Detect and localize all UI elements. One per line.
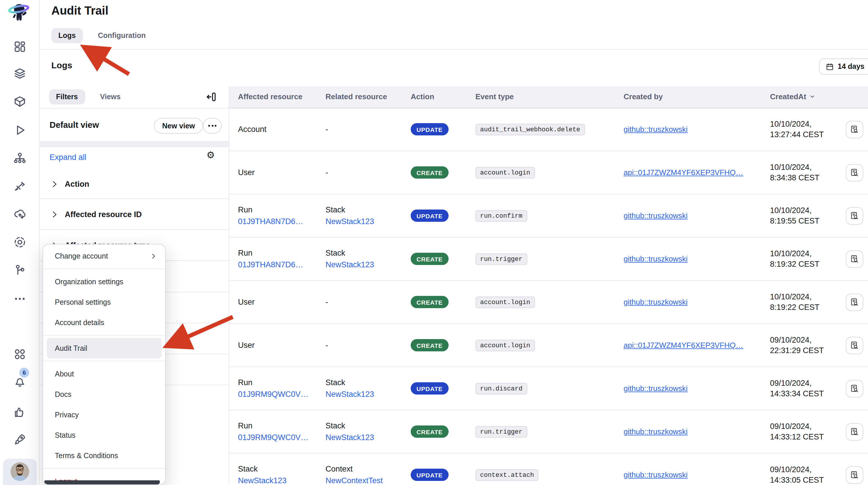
table-row[interactable]: User-CREATEaccount.logingithub::truszkow… — [229, 281, 868, 324]
action-badge: UPDATE — [411, 123, 448, 135]
menu-item-personal-settings[interactable]: Personal settings — [43, 292, 165, 312]
table-row[interactable]: User-CREATEaccount.loginapi::01J7ZWZM4YF… — [229, 324, 868, 367]
filter-group-affected-resource-id[interactable]: Affected resource ID — [40, 199, 229, 230]
related-resource-type: - — [326, 341, 328, 350]
table-row[interactable]: StackNewStack123ContextNewContextTestUPD… — [229, 453, 868, 485]
action-badge: UPDATE — [411, 210, 448, 222]
collapse-panel-icon[interactable] — [205, 90, 219, 104]
affected-resource-link[interactable]: 01J9RM9QWC0V… — [238, 433, 309, 442]
affected-resource-link[interactable]: 01J9RM9QWC0V… — [238, 390, 309, 399]
table-row[interactable]: Run01J9RM9QWC0V…StackNewStack123UPDATEru… — [229, 367, 868, 410]
related-resource-type: Stack — [326, 206, 374, 214]
view-log-button[interactable] — [846, 466, 863, 484]
launchpad-rocket-icon[interactable] — [13, 432, 27, 447]
affected-resource-type: Run — [238, 206, 303, 214]
created-by-link[interactable]: api::01J7ZWZM4YF6XEP3VFHQ… — [624, 168, 743, 177]
view-log-button[interactable] — [846, 380, 863, 397]
related-resource-link[interactable]: NewContextTest — [326, 476, 383, 485]
view-log-button[interactable] — [846, 121, 863, 138]
expand-all-link[interactable]: Expand all — [50, 153, 86, 162]
menu-bottom-bar — [44, 480, 160, 484]
view-log-button[interactable] — [846, 294, 863, 311]
related-resource-type: Context — [326, 464, 383, 473]
tab-filters[interactable]: Filters — [49, 89, 85, 104]
cloud-integrations-icon[interactable] — [13, 207, 27, 221]
sidebar: 6 — [0, 0, 40, 485]
dashboard-icon[interactable] — [13, 40, 27, 54]
affected-resource-type: Run — [238, 378, 309, 387]
spaces-icon[interactable] — [13, 235, 27, 249]
view-log-button[interactable] — [846, 337, 863, 354]
created-at: 09/10/2024,14:33:05 CEST — [770, 464, 824, 485]
affected-resource-link[interactable]: NewStack123 — [238, 476, 287, 485]
runs-icon[interactable] — [13, 123, 27, 137]
worker-pools-icon[interactable] — [13, 179, 27, 193]
table-row[interactable]: Account-UPDATEaudit_trail_webhook.delete… — [229, 108, 868, 151]
blueprints-icon[interactable] — [13, 95, 27, 109]
page-title: Audit Trail — [51, 4, 108, 18]
menu-divider — [43, 269, 165, 269]
created-by-link[interactable]: github::truszkowski — [624, 384, 688, 393]
audit-trail-page: 6 Audit Trail — [0, 0, 868, 485]
view-log-button[interactable] — [846, 250, 863, 268]
menu-item-account-details[interactable]: Account details — [43, 312, 165, 333]
created-by-link[interactable]: github::truszkowski — [624, 427, 688, 436]
apps-icon[interactable] — [13, 347, 27, 361]
menu-item-status[interactable]: Status — [43, 425, 165, 445]
menu-item-label: Docs — [55, 390, 71, 398]
menu-item-privacy[interactable]: Privacy — [43, 404, 165, 425]
spacelift-logo-icon[interactable] — [5, 2, 34, 25]
table-row[interactable]: Run01J9THA8N7D6…StackNewStack123UPDATEru… — [229, 194, 868, 238]
filter-group-action[interactable]: Action — [40, 170, 229, 199]
menu-item-change-account[interactable]: Change account — [43, 246, 165, 266]
account-menu: Change accountOrganization settingsPerso… — [42, 244, 166, 485]
action-badge: CREATE — [411, 166, 448, 179]
tab-views[interactable]: Views — [93, 89, 127, 104]
related-resource-link[interactable]: NewStack123 — [326, 260, 374, 269]
menu-item-docs[interactable]: Docs — [43, 384, 165, 404]
resources-icon[interactable] — [13, 151, 27, 165]
menu-item-organization-settings[interactable]: Organization settings — [43, 271, 165, 292]
filter-group-label: Affected resource ID — [65, 210, 142, 219]
created-by-link[interactable]: github::truszkowski — [624, 254, 688, 263]
chevron-right-icon — [51, 180, 58, 188]
chevron-down-icon — [809, 93, 815, 100]
table-row[interactable]: User-CREATEaccount.loginapi::01J7ZWZM4YF… — [229, 151, 868, 194]
created-by-link[interactable]: api::01J7ZWZM4YF6XEP3VFHQ… — [624, 341, 743, 350]
tab-configuration[interactable]: Configuration — [91, 28, 153, 43]
created-by-link[interactable]: github::truszkowski — [624, 125, 688, 134]
annotation-arrow-logs-tab — [86, 49, 129, 74]
user-avatar[interactable] — [3, 459, 37, 485]
created-by-link[interactable]: github::truszkowski — [624, 471, 688, 479]
menu-item-label: Status — [55, 431, 75, 439]
affected-resource-link[interactable]: 01J9THA8N7D6… — [238, 260, 303, 269]
new-view-button[interactable]: New view — [154, 118, 203, 134]
related-resource-link[interactable]: NewStack123 — [326, 217, 374, 226]
menu-item-terms-conditions[interactable]: Terms & Conditions — [43, 445, 165, 466]
affected-resource-type: Stack — [238, 464, 287, 473]
vcs-icon[interactable] — [13, 263, 27, 277]
stacks-icon[interactable] — [13, 66, 27, 81]
table-row[interactable]: Run01J9RM9QWC0V…StackNewStack123CREATEru… — [229, 410, 868, 453]
created-by-link[interactable]: github::truszkowski — [624, 211, 688, 220]
gear-icon[interactable]: ⚙ — [207, 149, 215, 160]
date-range-button[interactable]: 14 days — [819, 58, 868, 75]
menu-item-audit-trail[interactable]: Audit Trail — [46, 338, 162, 358]
view-log-button[interactable] — [846, 423, 863, 441]
tab-logs[interactable]: Logs — [51, 28, 83, 43]
view-more-button[interactable] — [203, 118, 222, 134]
affected-resource-link[interactable]: 01J9THA8N7D6… — [238, 217, 303, 226]
feedback-thumbs-up-icon[interactable] — [13, 405, 27, 419]
menu-divider — [43, 335, 165, 336]
more-nav-icon[interactable] — [13, 292, 27, 306]
related-resource-link[interactable]: NewStack123 — [326, 433, 374, 442]
related-resource-link[interactable]: NewStack123 — [326, 390, 374, 399]
col-created-at-sort[interactable]: CreatedAt — [770, 92, 815, 101]
menu-item-about[interactable]: About — [43, 364, 165, 384]
created-by-link[interactable]: github::truszkowski — [624, 298, 688, 306]
view-log-button[interactable] — [846, 207, 863, 225]
view-log-button[interactable] — [846, 164, 863, 182]
panel-table-divider — [229, 86, 229, 485]
table-row[interactable]: Run01J9THA8N7D6…StackNewStack123CREATEru… — [229, 238, 868, 281]
event-type-chip: audit_trail_webhook.delete — [475, 123, 585, 135]
